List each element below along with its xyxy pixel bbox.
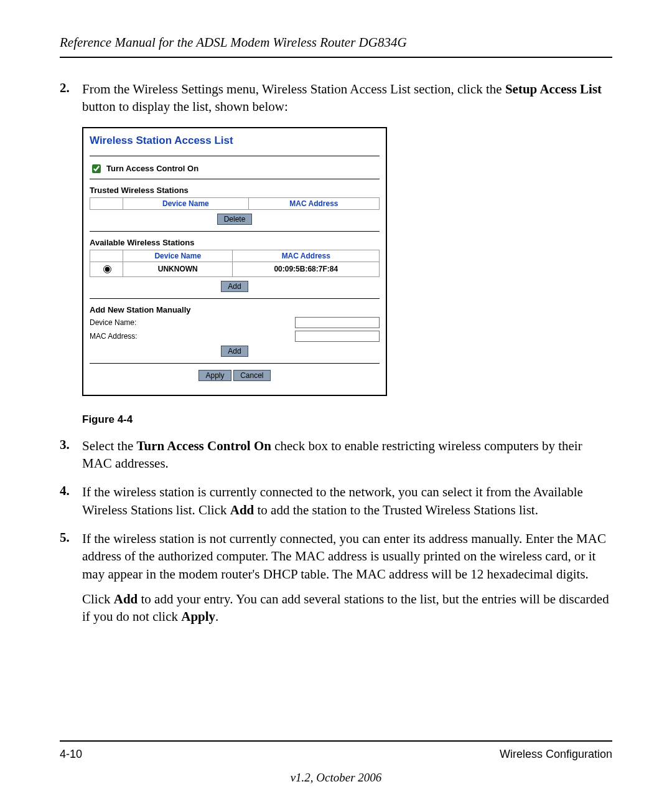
divider <box>90 231 380 232</box>
panel-title: Wireless Station Access List <box>90 134 380 147</box>
router-panel-figure: Wireless Station Access List Turn Access… <box>82 127 387 396</box>
available-col-device: Device Name <box>123 250 233 262</box>
figure-caption: Figure 4-4 <box>82 413 612 426</box>
step-2-number: 2. <box>60 80 70 95</box>
manual-mac-label: MAC Address: <box>90 332 164 341</box>
version-line: v1.2, October 2006 <box>0 771 672 785</box>
apply-button[interactable]: Apply <box>198 370 231 381</box>
manual-device-input[interactable] <box>295 317 380 328</box>
step-3-number: 3. <box>60 437 70 452</box>
running-header: Reference Manual for the ADSL Modem Wire… <box>60 35 612 58</box>
step-4-text-b: to add the station to the Trusted Wirele… <box>254 503 538 517</box>
trusted-col-device: Device Name <box>123 197 249 209</box>
page-footer: 4-10 Wireless Configuration <box>60 740 612 761</box>
access-control-label: Turn Access Control On <box>106 164 198 173</box>
step-5-p2-a: Click <box>82 592 114 606</box>
step-3-text-a: Select the <box>82 438 136 453</box>
step-5-p1: If the wireless station is not currently… <box>82 530 612 583</box>
step-3-bold: Turn Access Control On <box>136 438 271 453</box>
add-available-button[interactable]: Add <box>221 281 248 292</box>
add-manual-button[interactable]: Add <box>221 346 248 357</box>
step-5-number: 5. <box>60 530 70 545</box>
divider <box>90 179 380 179</box>
trusted-stations-heading: Trusted Wireless Stations <box>90 186 380 195</box>
step-5-p2-bold1: Add <box>114 592 138 606</box>
step-2-bold: Setup Access List <box>505 82 602 97</box>
step-4-bold: Add <box>230 503 254 517</box>
available-stations-table: Device Name MAC Address UNKNOWN 00:09:5B… <box>90 250 380 277</box>
step-4-number: 4. <box>60 483 70 498</box>
available-stations-heading: Available Wireless Stations <box>90 238 380 247</box>
page-number: 4-10 <box>60 748 82 761</box>
step-5-p2-bold2: Apply <box>181 609 215 624</box>
manual-device-label: Device Name: <box>90 318 164 327</box>
cancel-button[interactable]: Cancel <box>233 370 270 381</box>
section-name: Wireless Configuration <box>500 748 612 761</box>
available-col-mac: MAC Address <box>233 250 380 262</box>
step-3: 3. Select the Turn Access Control On che… <box>60 437 612 473</box>
step-5-p2-mid: to add your entry. You can add several s… <box>82 592 609 624</box>
step-5: 5. If the wireless station is not curren… <box>60 530 612 626</box>
table-row: UNKNOWN 00:09:5B:68:7F:84 <box>90 262 380 276</box>
station-device-name: UNKNOWN <box>123 262 233 276</box>
access-control-checkbox[interactable] <box>92 164 101 173</box>
step-5-p2-after: . <box>215 609 218 624</box>
delete-button[interactable]: Delete <box>217 214 253 225</box>
manual-mac-input[interactable] <box>295 331 380 342</box>
divider <box>90 298 380 299</box>
trusted-col-mac: MAC Address <box>248 197 379 209</box>
divider <box>90 363 380 364</box>
station-mac: 00:09:5B:68:7F:84 <box>233 262 380 276</box>
step-4: 4. If the wireless station is currently … <box>60 483 612 519</box>
add-manually-heading: Add New Station Manually <box>90 305 380 314</box>
divider <box>90 156 380 156</box>
trusted-stations-table: Device Name MAC Address <box>90 197 380 210</box>
step-2-text-a: From the Wireless Settings menu, Wireles… <box>82 82 505 97</box>
station-radio[interactable] <box>103 265 111 273</box>
step-2: 2. From the Wireless Settings menu, Wire… <box>60 80 612 116</box>
step-2-text-b: button to display the list, shown below: <box>82 99 288 114</box>
